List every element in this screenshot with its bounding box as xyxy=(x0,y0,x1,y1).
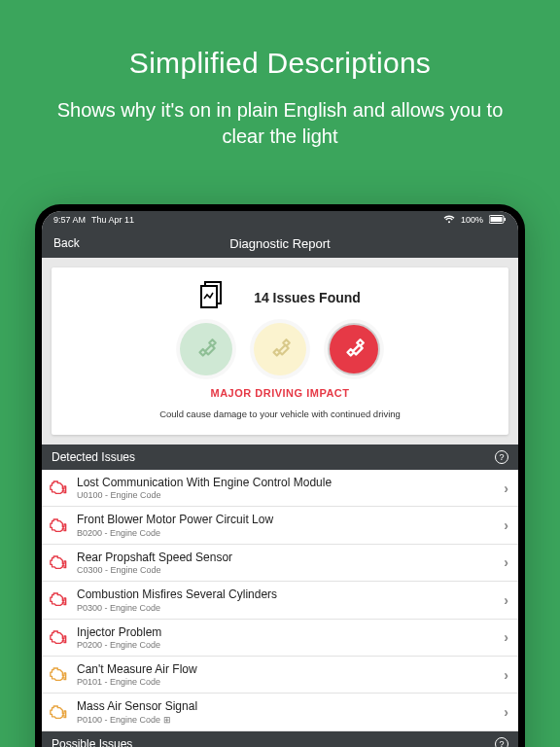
engine-icon xyxy=(50,590,69,609)
status-battery: 100% xyxy=(461,215,483,225)
severity-medium[interactable] xyxy=(254,323,306,375)
issue-list: Lost Communication With Engine Control M… xyxy=(42,470,518,731)
engine-icon xyxy=(50,516,69,535)
issue-row[interactable]: Mass Air Sensor SignalP0100 - Engine Cod… xyxy=(42,694,518,730)
issue-text: Can't Measure Air FlowP0101 - Engine Cod… xyxy=(77,662,496,687)
issue-text: Injector ProblemP0200 - Engine Code xyxy=(77,625,496,650)
document-icon xyxy=(199,281,225,313)
issue-title: Combustion Misfires Several Cylinders xyxy=(77,587,496,601)
issue-text: Rear Propshaft Speed SensorC0300 - Engin… xyxy=(77,551,496,575)
svg-rect-1 xyxy=(491,217,503,222)
nav-bar: Back Diagnostic Report xyxy=(42,229,518,258)
issue-title: Rear Propshaft Speed Sensor xyxy=(77,551,496,564)
back-button[interactable]: Back xyxy=(53,236,80,250)
device-screen: 9:57 AM Thu Apr 11 100% Back Diagnostic … xyxy=(42,211,518,747)
chevron-right-icon: › xyxy=(504,517,508,533)
status-date: Thu Apr 11 xyxy=(91,215,134,225)
severity-high[interactable] xyxy=(328,323,380,375)
impact-label: MAJOR DRIVING IMPACT xyxy=(61,387,499,399)
engine-icon xyxy=(50,479,69,497)
engine-icon xyxy=(50,703,69,722)
battery-icon xyxy=(489,215,507,226)
chevron-right-icon: › xyxy=(504,592,508,608)
svg-rect-2 xyxy=(505,218,507,221)
issue-title: Mass Air Sensor Signal xyxy=(77,699,496,713)
issue-row[interactable]: Injector ProblemP0200 - Engine Code› xyxy=(42,620,518,657)
issue-row[interactable]: Lost Communication With Engine Control M… xyxy=(42,470,518,507)
help-icon[interactable]: ? xyxy=(495,737,508,747)
summary-card: 14 Issues Found MAJOR DRIVING IMPACT Cou… xyxy=(52,267,508,435)
engine-icon xyxy=(50,628,69,647)
severity-low[interactable] xyxy=(180,323,232,375)
issue-code: P0200 - Engine Code xyxy=(77,640,496,650)
device-frame: 9:57 AM Thu Apr 11 100% Back Diagnostic … xyxy=(35,204,525,747)
promo-title: Simplified Descriptions xyxy=(0,47,560,80)
impact-description: Could cause damage to your vehicle with … xyxy=(61,409,499,419)
status-bar: 9:57 AM Thu Apr 11 100% xyxy=(42,211,518,229)
section-title: Possible Issues xyxy=(52,737,132,747)
chevron-right-icon: › xyxy=(504,480,508,496)
issue-title: Can't Measure Air Flow xyxy=(77,662,496,676)
issue-text: Lost Communication With Engine Control M… xyxy=(77,476,496,500)
issue-row[interactable]: Rear Propshaft Speed SensorC0300 - Engin… xyxy=(42,545,518,582)
issue-code: P0300 - Engine Code xyxy=(77,603,496,613)
issue-code: P0101 - Engine Code xyxy=(77,677,496,687)
issue-row[interactable]: Combustion Misfires Several CylindersP03… xyxy=(42,582,518,619)
severity-row xyxy=(61,323,499,375)
issue-code: C0300 - Engine Code xyxy=(77,565,496,575)
chevron-right-icon: › xyxy=(504,704,508,720)
issue-title: Injector Problem xyxy=(77,625,496,639)
issue-title: Lost Communication With Engine Control M… xyxy=(77,476,496,489)
section-title: Detected Issues xyxy=(52,450,135,464)
issue-code: B0200 - Engine Code xyxy=(77,528,496,538)
issues-found-title: 14 Issues Found xyxy=(254,290,361,305)
issue-text: Front Blower Motor Power Circuit LowB020… xyxy=(77,513,496,537)
issue-code: U0100 - Engine Code xyxy=(77,490,496,500)
issue-text: Mass Air Sensor SignalP0100 - Engine Cod… xyxy=(77,699,496,724)
wifi-icon xyxy=(443,215,455,226)
engine-icon xyxy=(50,553,69,572)
status-time: 9:57 AM xyxy=(53,215,86,225)
issue-code: P0100 - Engine Code ⊞ xyxy=(77,715,496,725)
section-header-detected: Detected Issues ? xyxy=(42,445,518,470)
issue-text: Combustion Misfires Several CylindersP03… xyxy=(77,587,496,612)
promo-subtitle: Shows why it's on in plain English and a… xyxy=(0,97,560,150)
help-icon[interactable]: ? xyxy=(495,450,508,464)
nav-title: Diagnostic Report xyxy=(229,236,330,251)
issue-row[interactable]: Front Blower Motor Power Circuit LowB020… xyxy=(42,507,518,544)
chevron-right-icon: › xyxy=(504,629,508,645)
chevron-right-icon: › xyxy=(504,667,508,683)
chevron-right-icon: › xyxy=(504,554,508,570)
section-header-possible: Possible Issues ? xyxy=(42,731,518,747)
engine-icon xyxy=(50,665,69,684)
issue-title: Front Blower Motor Power Circuit Low xyxy=(77,513,496,526)
issue-row[interactable]: Can't Measure Air FlowP0101 - Engine Cod… xyxy=(42,657,518,694)
